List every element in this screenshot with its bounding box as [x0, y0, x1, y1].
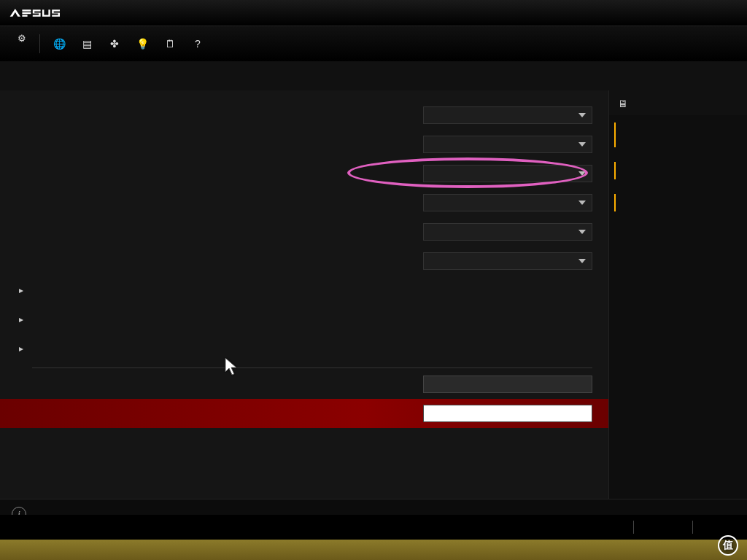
help-icon: ?: [192, 38, 204, 50]
chevron-down-icon: [578, 113, 586, 117]
clock-settings-icon[interactable]: ⚙: [18, 33, 26, 44]
settings-panel: [0, 90, 608, 499]
svg-rect-1: [22, 12, 31, 13]
monitor-icon: 🖥: [618, 98, 628, 109]
setting-epu[interactable]: [0, 217, 608, 246]
setting-dram-frequency[interactable]: [0, 159, 608, 188]
bulb-icon: 💡: [136, 38, 148, 50]
title-bar: [0, 0, 747, 26]
submenu-dram-timing[interactable]: [0, 276, 608, 305]
dropdown-svid[interactable]: [423, 252, 592, 270]
dropdown-epu[interactable]: [423, 223, 592, 241]
divider: [32, 368, 592, 368]
svg-rect-0: [22, 9, 31, 11]
menu-bar: [0, 61, 747, 90]
setting-graphics-current-limit[interactable]: [0, 399, 608, 428]
dropdown-tpu[interactable]: [423, 194, 592, 211]
language-selector[interactable]: 🌐: [53, 38, 68, 50]
copyright-bar: [0, 540, 747, 560]
chevron-down-icon: [578, 201, 586, 205]
hotkeys-button[interactable]: ?: [192, 38, 206, 50]
fan-icon: ✤: [109, 38, 120, 50]
note-icon: 🗒: [164, 38, 176, 50]
chevron-down-icon: [578, 142, 586, 147]
toolbar: ⚙ 🌐 ▤ ✤ 💡 🗒 ?: [0, 26, 747, 61]
chevron-down-icon: [578, 171, 586, 176]
footer-actions: [0, 515, 747, 540]
globe-icon: 🌐: [53, 38, 65, 50]
datetime: ⚙: [10, 43, 26, 44]
submenu-cpu-power[interactable]: [0, 334, 608, 363]
setting-dram-odd-ratio[interactable]: [0, 130, 608, 159]
myfavorite-button[interactable]: ▤: [81, 38, 96, 50]
input-core-limit[interactable]: [423, 376, 592, 393]
dropdown-dram-frequency[interactable]: [423, 165, 592, 182]
asus-logo: [7, 7, 60, 20]
favorite-icon: ▤: [81, 38, 93, 50]
eztuning-button[interactable]: 💡: [136, 38, 151, 50]
setting-core-current-limit[interactable]: [0, 370, 608, 399]
hw-section-voltage: [609, 187, 747, 219]
svg-rect-2: [22, 15, 27, 16]
chevron-down-icon: [578, 259, 586, 263]
submenu-digi-power[interactable]: [0, 305, 608, 334]
hw-section-memory: [609, 155, 747, 187]
dropdown-dram-odd[interactable]: [423, 136, 592, 153]
quicknote-button[interactable]: 🗒: [164, 38, 179, 50]
setting-tpu[interactable]: [0, 188, 608, 217]
hardware-monitor-panel: 🖥: [608, 90, 747, 499]
chevron-down-icon: [578, 230, 586, 234]
qfan-button[interactable]: ✤: [109, 38, 123, 50]
dropdown-bclk-ratio[interactable]: [423, 106, 592, 124]
setting-cpu-svid[interactable]: [0, 246, 608, 276]
input-graphics-limit[interactable]: [423, 405, 592, 422]
setting-bclk-ratio[interactable]: [0, 101, 608, 130]
hw-section-cpu: [609, 115, 747, 155]
